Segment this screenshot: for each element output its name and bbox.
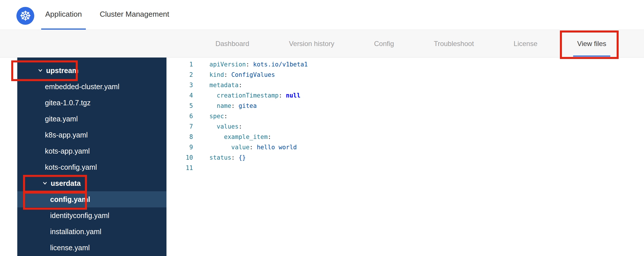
top-tabs: ApplicationCluster Management	[41, 0, 173, 30]
code-text: value: hello world	[193, 142, 297, 152]
code-text: spec:	[193, 111, 228, 121]
tree-label: config.yaml	[50, 195, 90, 204]
code-line: 5 name: gitea	[166, 101, 644, 111]
subnav-item-license[interactable]: License	[509, 30, 541, 57]
code-line: 8 example_item:	[166, 132, 644, 142]
tree-file-config-yaml[interactable]: config.yaml	[17, 191, 166, 207]
line-number: 2	[166, 70, 193, 80]
tree-file-gitea-1-0-7-tgz[interactable]: gitea-1.0.7.tgz	[17, 95, 166, 111]
line-number: 11	[166, 163, 193, 173]
kubernetes-logo[interactable]: ☸	[16, 7, 34, 25]
tree-label: embedded-cluster.yaml	[45, 83, 119, 91]
code-line: 7 values:	[166, 121, 644, 132]
file-tree[interactable]: upstreamembedded-cluster.yamlgitea-1.0.7…	[17, 58, 166, 256]
top-bar: ☸ ApplicationCluster Management	[0, 0, 644, 30]
line-number: 3	[166, 80, 193, 90]
line-number: 1	[166, 59, 193, 70]
code-text: apiVersion: kots.io/v1beta1	[193, 59, 308, 70]
code-text: metadata:	[193, 80, 242, 90]
app-subnav: DashboardVersion historyConfigTroublesho…	[0, 30, 644, 58]
tree-file-gitea-yaml[interactable]: gitea.yaml	[17, 111, 166, 127]
code-line: 9 value: hello world	[166, 142, 644, 152]
code-line: 4 creationTimestamp: null	[166, 90, 644, 101]
code-line: 3metadata:	[166, 80, 644, 90]
subnav-items: DashboardVersion historyConfigTroublesho…	[211, 30, 644, 57]
editor-lines: 1apiVersion: kots.io/v1beta12kind: Confi…	[166, 59, 644, 173]
code-text: name: gitea	[193, 101, 257, 111]
tree-file-license-yaml[interactable]: license.yaml	[17, 240, 166, 256]
line-number: 8	[166, 132, 193, 142]
tree-label: identityconfig.yaml	[50, 211, 109, 220]
chevron-down-icon	[42, 180, 48, 186]
subnav-item-config[interactable]: Config	[370, 30, 398, 57]
tree-label: kots-config.yaml	[45, 163, 97, 171]
line-number: 5	[166, 101, 193, 111]
line-number: 9	[166, 142, 193, 152]
subnav-item-dashboard[interactable]: Dashboard	[211, 30, 253, 57]
tree-label: kots-app.yaml	[45, 147, 90, 155]
subnav-item-view-files[interactable]: View files	[573, 30, 610, 57]
code-line: 6spec:	[166, 111, 644, 121]
subnav-item-troubleshoot[interactable]: Troubleshoot	[430, 30, 478, 57]
code-line: 1apiVersion: kots.io/v1beta1	[166, 59, 644, 70]
top-tab-cluster-management[interactable]: Cluster Management	[96, 0, 173, 30]
code-text: status: {}	[193, 152, 246, 163]
top-tab-application[interactable]: Application	[41, 0, 86, 30]
tree-file-identityconfig-yaml[interactable]: identityconfig.yaml	[17, 207, 166, 223]
tree-label: gitea.yaml	[45, 115, 78, 123]
line-number: 4	[166, 90, 193, 101]
tree-folder-upstream[interactable]: upstream	[17, 62, 166, 79]
subnav-item-version-history[interactable]: Version history	[285, 30, 338, 57]
tree-label: userdata	[51, 179, 81, 188]
code-editor[interactable]: 1apiVersion: kots.io/v1beta12kind: Confi…	[166, 58, 644, 256]
tree-label: gitea-1.0.7.tgz	[45, 99, 90, 107]
tree-label: license.yaml	[50, 244, 90, 252]
tree-file-installation-yaml[interactable]: installation.yaml	[17, 223, 166, 240]
code-text: creationTimestamp: null	[193, 90, 300, 101]
tree-folder-userdata[interactable]: userdata	[17, 175, 166, 191]
code-text	[193, 163, 209, 173]
tree-file-k8s-app-yaml[interactable]: k8s-app.yaml	[17, 127, 166, 143]
content-area: upstreamembedded-cluster.yamlgitea-1.0.7…	[0, 58, 644, 256]
tree-label: installation.yaml	[50, 228, 101, 236]
line-number: 10	[166, 152, 193, 163]
tree-label: k8s-app.yaml	[45, 131, 88, 139]
tree-file-kots-app-yaml[interactable]: kots-app.yaml	[17, 143, 166, 159]
code-text: kind: ConfigValues	[193, 70, 275, 80]
line-number: 6	[166, 111, 193, 121]
code-line: 2kind: ConfigValues	[166, 70, 644, 80]
code-line: 11	[166, 163, 644, 173]
helm-wheel-icon: ☸	[19, 9, 31, 22]
code-text: example_item:	[193, 132, 271, 142]
code-line: 10status: {}	[166, 152, 644, 163]
chevron-down-icon	[37, 68, 43, 73]
tree-file-kots-config-yaml[interactable]: kots-config.yaml	[17, 159, 166, 175]
tree-file-embedded-cluster-yaml[interactable]: embedded-cluster.yaml	[17, 79, 166, 95]
code-text: values:	[193, 121, 242, 132]
tree-label: upstream	[46, 66, 79, 75]
line-number: 7	[166, 121, 193, 132]
